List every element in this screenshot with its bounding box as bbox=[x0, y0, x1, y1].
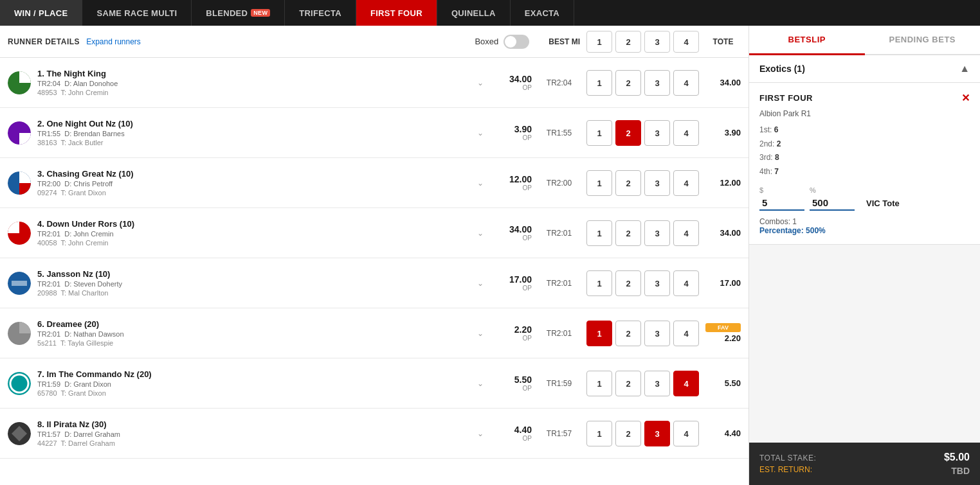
runner-id: 44227 T: Darrel Graham bbox=[37, 439, 474, 447]
runners-list: 1. The Night King TR2:04 D: Alan Donohoe… bbox=[0, 58, 749, 485]
pos-btn-7-3[interactable]: 3 bbox=[644, 371, 670, 396]
tab-pending-bets[interactable]: PENDING BETS bbox=[865, 26, 981, 54]
runner-tr-label: TR2:00 bbox=[541, 179, 577, 188]
position-header-buttons: 1 2 3 4 bbox=[586, 31, 699, 53]
odds-type: OP bbox=[523, 234, 532, 242]
odds-type: OP bbox=[523, 285, 532, 292]
runner-pos-buttons: 1234 bbox=[586, 321, 699, 346]
runner-expand-icon[interactable]: ⌄ bbox=[474, 227, 487, 239]
pos-btn-4-2[interactable]: 2 bbox=[615, 220, 641, 246]
table-row: 8. Il Pirata Nz (30) TR1:57 D: Darrel Gr… bbox=[0, 409, 749, 459]
tab-blended[interactable]: BLENDED NEW bbox=[192, 0, 285, 26]
betslip-tabs: BETSLIP PENDING BETS bbox=[749, 26, 980, 55]
tab-win-place[interactable]: WIN / PLACE bbox=[0, 0, 82, 26]
pos-btn-5-4[interactable]: 4 bbox=[673, 270, 699, 296]
odds-type: OP bbox=[523, 184, 532, 191]
odds-value: 3.90 bbox=[514, 124, 532, 134]
runner-name: 7. Im The Commando Nz (20) bbox=[37, 369, 474, 379]
pos-btn-2-1[interactable]: 1 bbox=[586, 120, 612, 146]
odds-value: 5.50 bbox=[514, 375, 532, 385]
tab-exacta[interactable]: EXACTA bbox=[511, 0, 574, 26]
pos-btn-4-4[interactable]: 4 bbox=[673, 220, 699, 246]
betslip-panel: BETSLIP PENDING BETS Exotics (1) ▲ FIRST… bbox=[749, 26, 980, 485]
runner-expand-icon[interactable]: ⌄ bbox=[474, 127, 487, 139]
pos-btn-6-2[interactable]: 2 bbox=[615, 321, 641, 346]
runner-silk bbox=[8, 71, 31, 94]
close-bet-button[interactable]: ✕ bbox=[961, 92, 970, 104]
pos-btn-6-1[interactable]: 1 bbox=[586, 321, 612, 346]
pos-btn-5-3[interactable]: 3 bbox=[644, 270, 670, 296]
odds-value: 34.00 bbox=[509, 224, 532, 234]
pos-header-3[interactable]: 3 bbox=[644, 31, 670, 53]
odds-value: 2.20 bbox=[514, 324, 532, 335]
runner-info: 8. Il Pirata Nz (30) TR1:57 D: Darrel Gr… bbox=[37, 419, 474, 447]
runner-id: 20988 T: Mal Charlton bbox=[37, 289, 474, 297]
pos-btn-7-2[interactable]: 2 bbox=[615, 371, 641, 396]
odds-type: OP bbox=[523, 335, 532, 342]
boxed-toggle-switch[interactable] bbox=[504, 35, 529, 49]
runner-silk bbox=[8, 172, 31, 195]
pos-header-4[interactable]: 4 bbox=[673, 31, 699, 53]
pos-header-1[interactable]: 1 bbox=[586, 31, 612, 53]
pos-btn-4-3[interactable]: 3 bbox=[644, 220, 670, 246]
positions-summary: 1st: 6 2nd: 2 3rd: 8 4th: 7 bbox=[759, 123, 970, 179]
pos-btn-2-2[interactable]: 2 bbox=[615, 120, 641, 146]
pos-2nd-value: 2 bbox=[777, 139, 781, 148]
pct-input[interactable] bbox=[810, 196, 855, 211]
pos-3rd-label: 3rd: bbox=[759, 153, 775, 162]
tab-betslip[interactable]: BETSLIP bbox=[749, 26, 865, 55]
runner-expand-icon[interactable]: ⌄ bbox=[474, 77, 487, 89]
pos-btn-1-4[interactable]: 4 bbox=[673, 70, 699, 96]
tab-first-four[interactable]: FIRST FOUR bbox=[356, 0, 437, 26]
pos-btn-6-3[interactable]: 3 bbox=[644, 321, 670, 346]
pos-1st-value: 6 bbox=[774, 125, 779, 134]
vic-tote-label: VIC Tote bbox=[866, 198, 900, 211]
pos-btn-1-3[interactable]: 3 bbox=[644, 70, 670, 96]
dollar-label: $ bbox=[759, 186, 804, 194]
runner-odds-area: 34.00 OP bbox=[493, 74, 532, 91]
tab-quinella[interactable]: QUINELLA bbox=[437, 0, 511, 26]
pos-btn-5-1[interactable]: 1 bbox=[586, 270, 612, 296]
runner-pos-buttons: 1234 bbox=[586, 220, 699, 246]
pos-btn-3-3[interactable]: 3 bbox=[644, 170, 670, 196]
runner-expand-icon[interactable]: ⌄ bbox=[474, 428, 487, 439]
pos-btn-1-1[interactable]: 1 bbox=[586, 70, 612, 96]
pos-btn-3-1[interactable]: 1 bbox=[586, 170, 612, 196]
runner-id: 40058 T: John Cremin bbox=[37, 239, 474, 247]
combos-line: Combos: 1 bbox=[759, 217, 970, 226]
pos-btn-3-4[interactable]: 4 bbox=[673, 170, 699, 196]
runner-expand-icon[interactable]: ⌄ bbox=[474, 328, 487, 339]
pos-4th-value: 7 bbox=[774, 167, 779, 176]
pos-btn-8-1[interactable]: 1 bbox=[586, 421, 612, 446]
dollar-input[interactable] bbox=[759, 196, 804, 211]
pos-btn-5-2[interactable]: 2 bbox=[615, 270, 641, 296]
pos-btn-2-3[interactable]: 3 bbox=[644, 120, 670, 146]
pos-header-2[interactable]: 2 bbox=[615, 31, 641, 53]
runner-silk bbox=[8, 272, 31, 295]
pos-btn-8-2[interactable]: 2 bbox=[615, 421, 641, 446]
collapse-icon[interactable]: ▲ bbox=[959, 63, 970, 75]
pos-btn-8-4[interactable]: 4 bbox=[673, 421, 699, 446]
pos-btn-1-2[interactable]: 2 bbox=[615, 70, 641, 96]
runner-expand-icon[interactable]: ⌄ bbox=[474, 378, 487, 389]
pos-btn-6-4[interactable]: 4 bbox=[673, 321, 699, 346]
racing-table: RUNNER DETAILS Expand runners Boxed BEST… bbox=[0, 26, 749, 485]
tab-same-race-multi[interactable]: SAME RACE MULTI bbox=[82, 0, 192, 26]
runner-info: 2. One Night Out Nz (10) TR1:55 D: Brend… bbox=[37, 119, 474, 146]
pos-btn-3-2[interactable]: 2 bbox=[615, 170, 641, 196]
runner-meta: TR2:04 D: Alan Donohoe bbox=[37, 80, 474, 87]
venue-label: Albion Park R1 bbox=[759, 109, 970, 118]
pos-4th-label: 4th: bbox=[759, 167, 774, 176]
pos-btn-7-4[interactable]: 4 bbox=[673, 371, 699, 396]
expand-runners-link[interactable]: Expand runners bbox=[86, 37, 141, 46]
pos-btn-7-1[interactable]: 1 bbox=[586, 371, 612, 396]
tab-trifecta[interactable]: TRIFECTA bbox=[285, 0, 356, 26]
runner-expand-icon[interactable]: ⌄ bbox=[474, 177, 487, 189]
pos-btn-4-1[interactable]: 1 bbox=[586, 220, 612, 246]
combos-info: Combos: 1 Percentage: 500% bbox=[759, 217, 970, 235]
pos-btn-2-4[interactable]: 4 bbox=[673, 120, 699, 146]
runner-expand-icon[interactable]: ⌄ bbox=[474, 278, 487, 289]
runner-tr-label: TR2:01 bbox=[541, 279, 577, 288]
pos-btn-8-3[interactable]: 3 bbox=[644, 421, 670, 446]
runner-meta: TR2:01 D: John Cremin bbox=[37, 230, 474, 238]
